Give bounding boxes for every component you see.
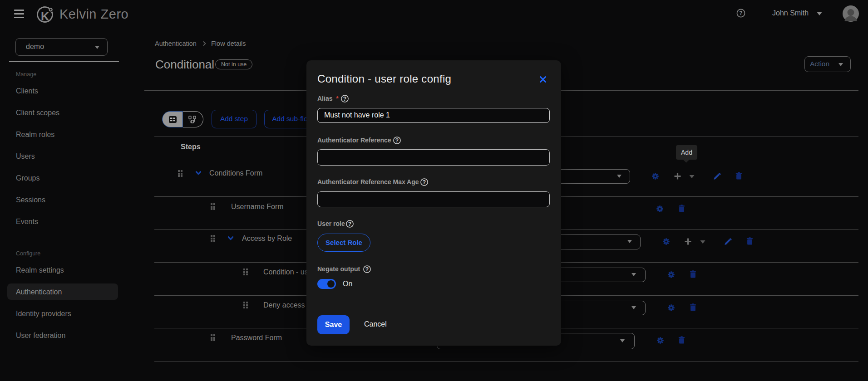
svg-text:K: K [41, 10, 49, 23]
svg-text:?: ? [739, 10, 742, 16]
